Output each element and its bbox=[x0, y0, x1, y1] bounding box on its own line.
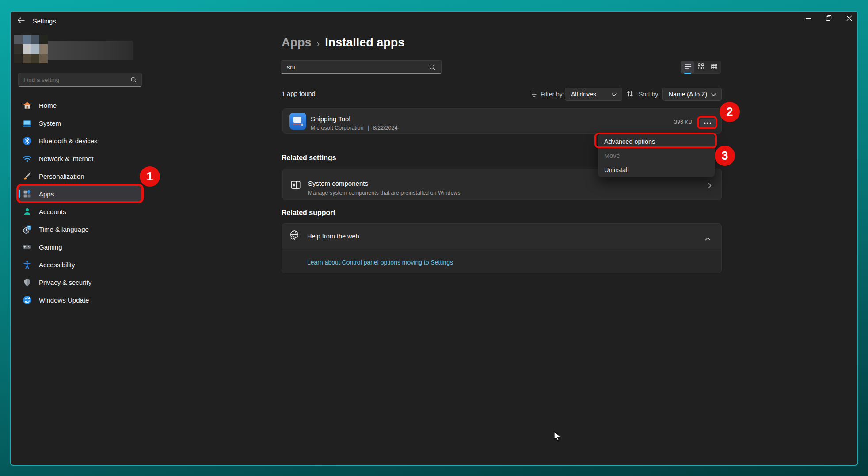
sidebar-item-label: Home bbox=[39, 102, 57, 109]
app-name: Snipping Tool bbox=[311, 115, 350, 123]
list-view-icon bbox=[685, 63, 691, 71]
accounts-icon bbox=[22, 207, 32, 216]
sort-icon bbox=[626, 90, 634, 99]
restore-icon bbox=[826, 15, 832, 23]
subtitle-separator: | bbox=[368, 125, 369, 131]
filter-icon bbox=[530, 91, 538, 99]
settings-window: Settings Home System Bluetooth & devices… bbox=[10, 11, 858, 466]
user-name-redacted bbox=[48, 41, 133, 60]
app-install-date: 8/22/2024 bbox=[373, 125, 398, 131]
help-expanded-area: Learn about Control panel options moving… bbox=[282, 249, 721, 273]
app-row-snipping-tool[interactable]: Snipping Tool Microsoft Corporation | 8/… bbox=[282, 108, 722, 134]
app-subtitle: Microsoft Corporation | 8/22/2024 bbox=[311, 125, 397, 131]
sidebar-item-windows-update[interactable]: Windows Update bbox=[19, 292, 141, 308]
close-icon bbox=[846, 15, 852, 23]
sidebar-item-home[interactable]: Home bbox=[19, 97, 141, 113]
table-view-icon bbox=[711, 63, 717, 71]
personalization-icon bbox=[22, 171, 32, 181]
minimize-button[interactable] bbox=[798, 12, 819, 27]
breadcrumb-apps-link[interactable]: Apps bbox=[282, 36, 312, 50]
sort-label: Sort by: bbox=[639, 91, 660, 98]
sidebar-item-gaming[interactable]: Gaming bbox=[19, 239, 141, 255]
page-title: Installed apps bbox=[325, 36, 404, 50]
window-title: Settings bbox=[33, 18, 56, 25]
sidebar-search-input[interactable] bbox=[19, 77, 130, 83]
accessibility-icon bbox=[22, 260, 32, 269]
app-publisher: Microsoft Corporation bbox=[311, 125, 364, 131]
row-title: Help from the web bbox=[307, 233, 359, 240]
sidebar-item-accessibility[interactable]: Accessibility bbox=[19, 257, 141, 273]
close-button[interactable] bbox=[839, 12, 858, 27]
breadcrumb-separator: › bbox=[317, 37, 320, 49]
chevron-up-icon bbox=[705, 234, 711, 242]
system-components-icon bbox=[290, 179, 301, 192]
results-count: 1 app found bbox=[282, 90, 316, 97]
app-search-box bbox=[281, 60, 442, 74]
sidebar-item-bluetooth-devices[interactable]: Bluetooth & devices bbox=[19, 133, 141, 149]
annotation-number: 2 bbox=[726, 105, 733, 119]
annotation-box-apps bbox=[16, 184, 144, 203]
sidebar-search-box bbox=[18, 73, 142, 87]
sidebar-item-label: Time & language bbox=[39, 226, 89, 233]
search-icon bbox=[429, 64, 436, 71]
chevron-down-icon bbox=[612, 90, 617, 98]
related-support-heading: Related support bbox=[282, 209, 335, 217]
sidebar-item-label: Privacy & security bbox=[39, 279, 91, 286]
sidebar-item-accounts[interactable]: Accounts bbox=[19, 203, 141, 219]
network-icon bbox=[22, 154, 32, 163]
annotation-step-2: 2 bbox=[720, 102, 740, 122]
filter-dropdown[interactable]: All drives bbox=[565, 88, 622, 101]
back-arrow-icon bbox=[17, 17, 25, 26]
grid-view-button[interactable] bbox=[694, 61, 708, 73]
list-view-button[interactable] bbox=[681, 61, 694, 73]
view-toggle-group bbox=[681, 61, 721, 74]
help-from-web-row[interactable]: Help from the web bbox=[282, 224, 721, 249]
sidebar-item-privacy-security[interactable]: Privacy & security bbox=[19, 274, 141, 290]
time-language-icon bbox=[22, 224, 32, 234]
help-card: Help from the web Learn about Control pa… bbox=[282, 223, 722, 273]
sort-dropdown[interactable]: Name (A to Z) bbox=[662, 88, 722, 101]
menu-item-move: Move bbox=[598, 149, 715, 163]
sidebar-item-label: Accessibility bbox=[39, 261, 75, 269]
app-search-input[interactable] bbox=[281, 64, 429, 71]
gaming-icon bbox=[22, 242, 32, 252]
search-icon bbox=[130, 77, 137, 83]
filter-value: All drives bbox=[571, 91, 596, 98]
minimize-icon bbox=[806, 15, 811, 23]
sidebar-item-label: Network & internet bbox=[39, 155, 93, 162]
avatar bbox=[14, 35, 48, 63]
breadcrumb: Apps › Installed apps bbox=[282, 36, 404, 50]
menu-item-uninstall[interactable]: Uninstall bbox=[598, 163, 715, 177]
table-view-button[interactable] bbox=[708, 61, 721, 73]
annotation-box-more-button bbox=[697, 116, 717, 129]
sidebar-item-time-language[interactable]: Time & language bbox=[19, 221, 141, 237]
back-button[interactable] bbox=[15, 15, 27, 27]
sidebar-item-label: Gaming bbox=[39, 243, 62, 251]
sidebar-item-system[interactable]: System bbox=[19, 115, 141, 131]
annotation-box-advanced-options bbox=[594, 133, 717, 148]
home-icon bbox=[22, 100, 32, 110]
app-size: 396 KB bbox=[674, 119, 692, 125]
help-link[interactable]: Learn about Control panel options moving… bbox=[307, 259, 453, 266]
shield-icon bbox=[22, 277, 32, 287]
row-title: System components bbox=[308, 180, 368, 187]
sidebar-item-network-internet[interactable]: Network & internet bbox=[19, 150, 141, 166]
related-settings-heading: Related settings bbox=[282, 154, 336, 162]
chevron-down-icon bbox=[711, 90, 716, 98]
mouse-cursor bbox=[552, 431, 562, 443]
bluetooth-icon bbox=[22, 136, 32, 146]
sidebar-item-label: Personalization bbox=[39, 173, 84, 180]
filter-label: Filter by: bbox=[541, 91, 564, 98]
restore-button[interactable] bbox=[819, 12, 839, 27]
chevron-right-icon bbox=[708, 182, 712, 190]
sidebar-item-label: Bluetooth & devices bbox=[39, 137, 98, 145]
row-subtitle: Manage system components that are preins… bbox=[308, 190, 461, 196]
annotation-step-3: 3 bbox=[715, 146, 735, 166]
annotation-step-1: 1 bbox=[140, 166, 160, 187]
sidebar-item-personalization[interactable]: Personalization bbox=[19, 168, 141, 184]
sidebar-item-label: Windows Update bbox=[39, 296, 89, 304]
annotation-number: 3 bbox=[721, 149, 728, 163]
selected-view-indicator bbox=[684, 73, 691, 74]
sidebar-item-label: Accounts bbox=[39, 208, 66, 215]
system-icon bbox=[22, 118, 32, 128]
